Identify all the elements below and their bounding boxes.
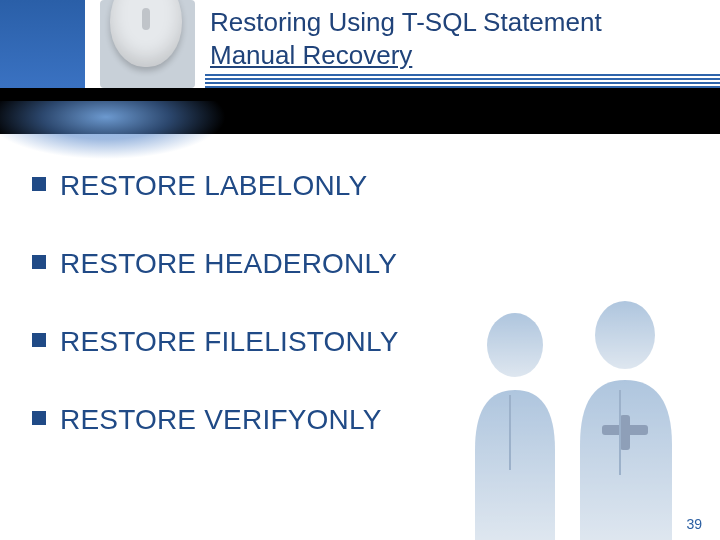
svg-point-1	[595, 301, 655, 369]
slide-title: Restoring Using T-SQL Statement Manual R…	[210, 6, 602, 71]
bullet-square-icon	[32, 333, 46, 347]
slide-header: Restoring Using T-SQL Statement Manual R…	[0, 0, 720, 88]
page-number: 39	[686, 516, 702, 532]
bullet-text: RESTORE FILELISTONLY	[60, 326, 399, 358]
header-rules	[205, 74, 720, 88]
svg-point-0	[487, 313, 543, 377]
list-item: RESTORE HEADERONLY	[32, 248, 399, 280]
mouse-image	[100, 0, 195, 88]
bullet-square-icon	[32, 255, 46, 269]
list-item: RESTORE LABELONLY	[32, 170, 399, 202]
bullet-square-icon	[32, 177, 46, 191]
list-item: RESTORE FILELISTONLY	[32, 326, 399, 358]
bullet-square-icon	[32, 411, 46, 425]
header-blue-block	[0, 0, 85, 88]
bullet-list: RESTORE LABELONLY RESTORE HEADERONLY RES…	[32, 170, 399, 482]
bullet-text: RESTORE VERIFYONLY	[60, 404, 382, 436]
list-item: RESTORE VERIFYONLY	[32, 404, 399, 436]
header-glow	[0, 101, 265, 181]
title-line-2: Manual Recovery	[210, 40, 412, 70]
bullet-text: RESTORE HEADERONLY	[60, 248, 397, 280]
bullet-text: RESTORE LABELONLY	[60, 170, 367, 202]
svg-rect-3	[620, 415, 630, 450]
title-line-1: Restoring Using T-SQL Statement	[210, 7, 602, 37]
businessmen-image	[420, 240, 720, 540]
